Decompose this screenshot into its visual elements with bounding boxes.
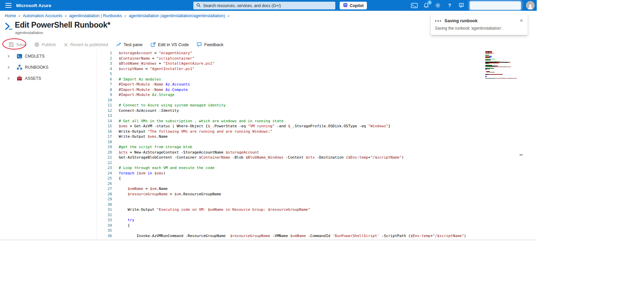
hamburger-menu-icon[interactable] [3,0,13,11]
code-text [112,212,119,218]
more-options-icon[interactable]: ··· [100,23,106,28]
line-number: 19 [97,144,112,150]
sidebar-item-label: RUNBOOKS [25,65,48,70]
line-number: 4 [97,66,112,72]
breadcrumb-separator: > [227,14,229,18]
search-icon [196,3,201,9]
global-search-box[interactable] [193,2,335,9]
line-number: 15 [97,124,112,129]
page-title: Edit PowerShell Runbook* [15,21,110,30]
line-number: 5 [97,71,112,77]
assets-icon [17,76,22,81]
copilot-button[interactable]: Copilot [340,2,367,9]
toolbar-label: Feedback [204,42,223,47]
sidebar-item-cmdlets[interactable]: CMDLETS [0,51,97,62]
code-text: #Import-Module Az.Storage [112,92,175,98]
code-line: 12Connect-AzAccount -Identity [97,108,480,113]
code-text [112,139,119,145]
brand-title[interactable]: Microsoft Azure [16,3,51,8]
settings-gear-icon[interactable] [434,2,441,9]
notifications-bell-icon[interactable]: 2 [423,2,429,9]
help-icon[interactable]: ? [446,2,453,9]
cmdlets-icon [17,54,22,59]
code-line: 1$storageAccount = "ecagentbinary" [97,51,480,56]
search-input[interactable] [203,3,332,8]
vscode-icon [151,42,156,47]
code-line: 20$ctx = New-AzStorageContext -StorageAc… [97,150,480,155]
code-text [112,181,119,187]
page-subtitle: agentinstallation [15,31,43,35]
test-icon [116,42,121,47]
toolbar-test-pane-button[interactable]: Test pane [116,42,142,47]
code-line: 31 Write-Output "Executing code on VM: $… [97,207,480,212]
code-line: 19#get the script from storage blob [97,144,480,150]
toolbar-label: Test pane [123,42,142,47]
cloud-shell-icon[interactable] [411,2,418,9]
toast-message: Saving the runbook 'agentinstallation'. [435,26,524,31]
breadcrumb-separator: > [18,14,20,18]
toolbar-revert-to-published-button[interactable]: Revert to published [64,42,108,47]
line-number: 17 [97,134,112,139]
code-text: # Get all VMs in the subscription , whic… [112,119,283,124]
minimap[interactable] [485,51,518,79]
code-text [112,202,119,207]
breadcrumb-link[interactable]: agentinstallation (agentinstallation/age… [129,13,225,18]
minimap-line [485,78,518,79]
breadcrumb-separator: > [65,14,67,18]
notification-count-badge: 2 [427,0,432,5]
code-line: 14# Get all VMs in the subscription , wh… [97,119,480,124]
account-info-redacted [470,1,521,10]
code-line: 30 [97,202,480,207]
line-number: 28 [97,192,112,197]
line-number: 35 [97,228,112,233]
code-text: Connect-AzAccount -Identity [112,108,179,113]
topbar-actions: 2 ? [411,0,535,11]
toolbar-publish-button[interactable]: Publish [34,42,56,47]
copilot-icon [343,3,348,8]
toolbar-edit-in-vs-code-button[interactable]: Edit in VS Code [151,42,189,47]
toast-close-icon[interactable]: ✕ [519,18,524,24]
toolbar-save-button[interactable]: Save [9,42,26,47]
toolbar-label: Edit in VS Code [158,42,189,47]
chevron-right-icon[interactable] [7,55,11,58]
line-number: 18 [97,139,112,145]
code-text: Write-Output "The following VMs are runn… [112,129,272,134]
copilot-label: Copilot [350,3,364,8]
code-line: 7#Import-Module -Name Az.Accounts [97,82,480,87]
line-number: 33 [97,218,112,223]
line-number: 21 [97,155,112,160]
code-text: $BlobName_Windows = "InstallAgentAzure.p… [112,61,215,66]
sidebar-item-assets[interactable]: ASSETS [0,73,97,84]
code-line: 21Get-AzStorageBlobContent -Container $C… [97,155,480,160]
chevron-right-icon[interactable] [7,66,11,69]
revert-icon [64,43,68,47]
line-number: 10 [97,98,112,103]
sidebar-item-runbooks[interactable]: RUNBOOKS [0,62,97,73]
in-progress-dots-icon: ●●● [435,19,442,23]
code-text: try [112,218,134,223]
code-line: 29 [97,197,480,202]
toolbar-feedback-button[interactable]: Feedback [197,42,223,47]
code-line: 13 [97,113,480,119]
code-text: #get the script from storage blob [112,144,192,150]
chevron-right-icon[interactable] [7,77,11,80]
breadcrumb-link[interactable]: Home [5,13,16,18]
code-line: 24foreach ($vm in $vms) [97,171,480,176]
breadcrumb-link[interactable]: agentinstallation | Runbooks [69,13,122,18]
line-number: 25 [97,176,112,181]
line-number: 27 [97,186,112,192]
account-avatar[interactable] [526,1,535,10]
code-line: 25{ [97,176,480,181]
feedback-smiley-icon[interactable] [458,2,465,9]
code-line: 8#Import-Module -Name Az.Compute [97,87,480,93]
line-number: 20 [97,150,112,155]
code-line: 9#Import-Module Az.Storage [97,92,480,98]
editor-bottom-divider [0,240,537,240]
line-number: 26 [97,181,112,187]
code-line: 2$ContainerName = "scriptcontainer" [97,56,480,61]
breadcrumb-link[interactable]: Automation Accounts [23,13,62,18]
line-number: 12 [97,108,112,113]
code-editor[interactable]: 1$storageAccount = "ecagentbinary"2$Cont… [97,50,524,240]
line-number: 16 [97,129,112,134]
code-line: 17Write-Output $vms.Name [97,134,480,139]
